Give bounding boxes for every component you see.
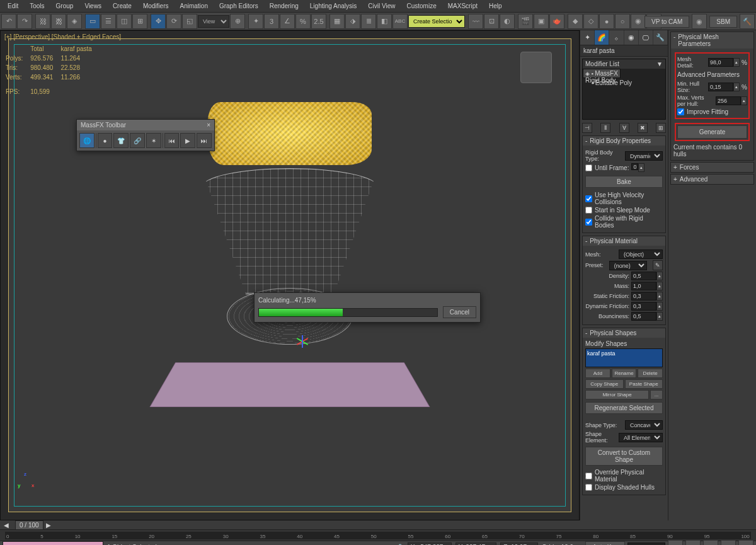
modifier-massfx[interactable]: ◈ ▪ MassFX Rigid Body: [583, 69, 621, 78]
material-icon[interactable]: ◐: [500, 14, 515, 29]
bake-button[interactable]: Bake: [585, 176, 663, 188]
generate-button[interactable]: Generate: [677, 125, 747, 139]
massfx-constraint-icon[interactable]: 🔗: [130, 133, 145, 148]
snap-icon[interactable]: 3: [264, 14, 279, 29]
sbm-button[interactable]: SBM: [709, 16, 737, 28]
bounciness-input[interactable]: [631, 312, 656, 321]
massfx-step-icon[interactable]: ⏭: [197, 133, 212, 148]
move-icon[interactable]: ✥: [151, 14, 166, 29]
rollout-pm-title[interactable]: Physical Material: [590, 238, 638, 244]
select-name-icon[interactable]: ☰: [101, 14, 116, 29]
render-setup-icon[interactable]: 🎬: [518, 14, 533, 29]
create-tab-icon[interactable]: ✦: [580, 30, 595, 45]
shapes-list[interactable]: karaf pasta: [585, 348, 663, 367]
until-frame-input[interactable]: [631, 163, 638, 170]
select-icon[interactable]: ▭: [85, 14, 100, 29]
mesh-select[interactable]: (Object): [619, 250, 663, 259]
rollout-ps-title[interactable]: Physical Shapes: [590, 330, 636, 336]
menu-maxscript[interactable]: MAXScript: [443, 1, 483, 11]
menu-lighting[interactable]: Lighting Analysis: [305, 1, 362, 11]
percent-snap-icon[interactable]: %: [295, 14, 311, 29]
rotate-icon[interactable]: ⟳: [166, 14, 181, 29]
schematic-icon[interactable]: ⊡: [484, 14, 499, 29]
massfx-cloth-icon[interactable]: 👕: [113, 133, 129, 148]
remove-mod-icon[interactable]: ✖: [638, 123, 648, 133]
named-sel-icon[interactable]: ▦: [329, 14, 345, 29]
mirror-icon[interactable]: ⬗: [345, 14, 360, 29]
delete-shape-button[interactable]: Delete: [638, 369, 663, 378]
bind-icon[interactable]: ◈: [67, 14, 82, 29]
mirror-opts-button[interactable]: ...: [650, 390, 663, 399]
curve-editor-icon[interactable]: 〰: [468, 14, 483, 29]
menu-animation[interactable]: Animation: [175, 1, 212, 11]
layers-icon[interactable]: ◧: [377, 14, 392, 29]
spinner-snap-icon[interactable]: 2.5: [311, 14, 326, 29]
redo-icon[interactable]: ↷: [17, 14, 32, 29]
menu-group[interactable]: Group: [51, 1, 79, 11]
copy-shape-button[interactable]: Copy Shape: [585, 379, 624, 389]
shape-type-select[interactable]: Concave: [625, 420, 663, 430]
cam-icon[interactable]: ◉: [692, 14, 707, 29]
rename-shape-button[interactable]: Rename: [612, 369, 637, 378]
menu-help[interactable]: Help: [484, 1, 507, 11]
manipulate-icon[interactable]: ✦: [248, 14, 263, 29]
massfx-dynamic-icon[interactable]: ●: [98, 133, 113, 148]
coord-x[interactable]: X: -547,367cr: [408, 542, 452, 545]
massfx-play-icon[interactable]: ▶: [180, 133, 195, 148]
modifier-editable-poly[interactable]: ▪ Editable Poly: [583, 78, 665, 88]
object-name[interactable]: karaf pasta: [580, 45, 668, 57]
tool-d-icon[interactable]: ○: [615, 14, 630, 29]
angle-snap-icon[interactable]: ∠: [280, 14, 295, 29]
min-hull-input[interactable]: [708, 83, 733, 91]
density-input[interactable]: [631, 272, 656, 280]
menu-tools[interactable]: Tools: [25, 1, 49, 11]
shape-element-select[interactable]: All Elements: [619, 433, 663, 442]
undo-icon[interactable]: ↶: [1, 14, 16, 29]
sleep-check[interactable]: [585, 207, 592, 214]
menu-views[interactable]: Views: [79, 1, 106, 11]
link-icon[interactable]: ⛓: [35, 14, 50, 29]
menu-modifiers[interactable]: Modifiers: [138, 1, 174, 11]
rollout-rbp-title[interactable]: Rigid Body Properties: [590, 137, 651, 144]
massfx-close-icon[interactable]: ×: [207, 122, 210, 129]
until-frame-check[interactable]: [585, 164, 592, 171]
max-verts-input[interactable]: [716, 96, 741, 105]
vp-to-cam-button[interactable]: VP to CAM: [644, 16, 689, 28]
ref-coord-select[interactable]: View: [198, 15, 229, 28]
maxscript-listener[interactable]: [3, 541, 103, 546]
unlink-icon[interactable]: ⛓̸: [51, 14, 66, 29]
unique-icon[interactable]: ∀: [619, 123, 629, 133]
massfx-ragdoll-icon[interactable]: ✶: [146, 133, 161, 148]
preset-edit-icon[interactable]: ✎: [653, 260, 663, 270]
configure-icon[interactable]: ⊞: [656, 123, 666, 133]
rollout-pmp-title[interactable]: Physical Mesh Parameters: [678, 33, 751, 47]
static-friction-input[interactable]: [631, 292, 656, 301]
render-frame-icon[interactable]: ▣: [534, 14, 549, 29]
mesh-detail-input[interactable]: [708, 58, 733, 67]
add-shape-button[interactable]: Add: [585, 369, 610, 378]
mirror-shape-button[interactable]: Mirror Shape: [585, 390, 649, 399]
named-sel-select[interactable]: Create Selection Se: [408, 15, 465, 28]
menu-rendering[interactable]: Rendering: [265, 1, 304, 11]
regenerate-button[interactable]: Regenerate Selected: [585, 402, 663, 414]
improve-fitting-check[interactable]: [677, 108, 684, 115]
rollout-advanced[interactable]: Advanced: [680, 176, 707, 183]
collide-check[interactable]: [585, 219, 592, 226]
menu-civil-view[interactable]: Civil View: [363, 1, 400, 11]
cancel-button[interactable]: Cancel: [443, 306, 476, 318]
mass-input[interactable]: [631, 282, 656, 290]
convert-button[interactable]: Convert to Custom Shape: [585, 447, 663, 466]
rb-type-select[interactable]: Dynamic: [625, 151, 663, 161]
motion-tab-icon[interactable]: ◉: [624, 30, 639, 45]
menu-create[interactable]: Create: [108, 1, 137, 11]
key-filter-select[interactable]: Selected: [627, 542, 665, 545]
time-slider-arrow-right-icon[interactable]: ▶: [46, 522, 51, 529]
utilities-tab-icon[interactable]: 🔧: [653, 30, 668, 45]
paste-shape-button[interactable]: Paste Shape: [625, 379, 663, 389]
time-slider[interactable]: 0 / 100: [15, 520, 43, 530]
abc-icon[interactable]: ABC: [392, 14, 408, 29]
menu-customize[interactable]: Customize: [401, 1, 441, 11]
modifier-list-dropdown-icon[interactable]: ▼: [656, 60, 663, 67]
show-end-icon[interactable]: Ⅱ: [600, 123, 610, 133]
render-icon[interactable]: 🫖: [549, 14, 564, 29]
